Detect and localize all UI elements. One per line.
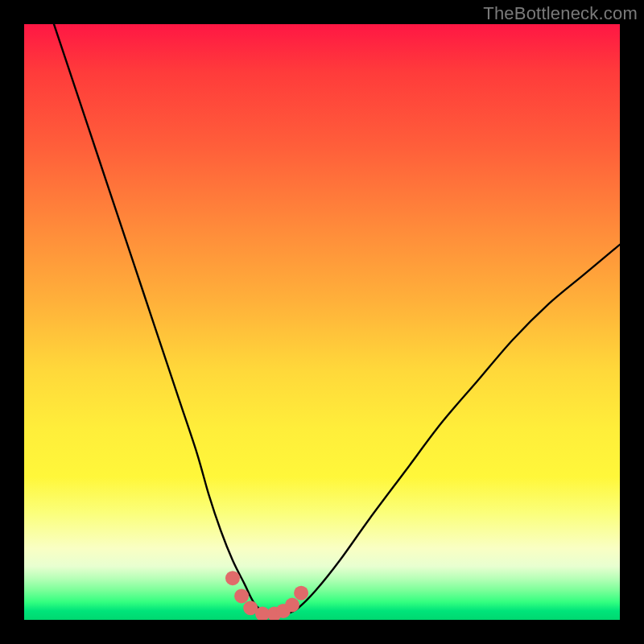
optimal-marker <box>234 588 249 603</box>
optimal-marker <box>285 598 299 613</box>
bottleneck-curve <box>54 24 620 614</box>
plot-area <box>24 24 620 620</box>
curve-group <box>54 24 620 614</box>
optimal-marker <box>294 586 308 601</box>
chart-frame: TheBottleneck.com <box>0 0 644 644</box>
bottleneck-curve-svg <box>24 24 620 620</box>
watermark-text: TheBottleneck.com <box>483 3 638 24</box>
optimal-range-markers <box>225 571 308 620</box>
optimal-marker <box>225 571 240 585</box>
